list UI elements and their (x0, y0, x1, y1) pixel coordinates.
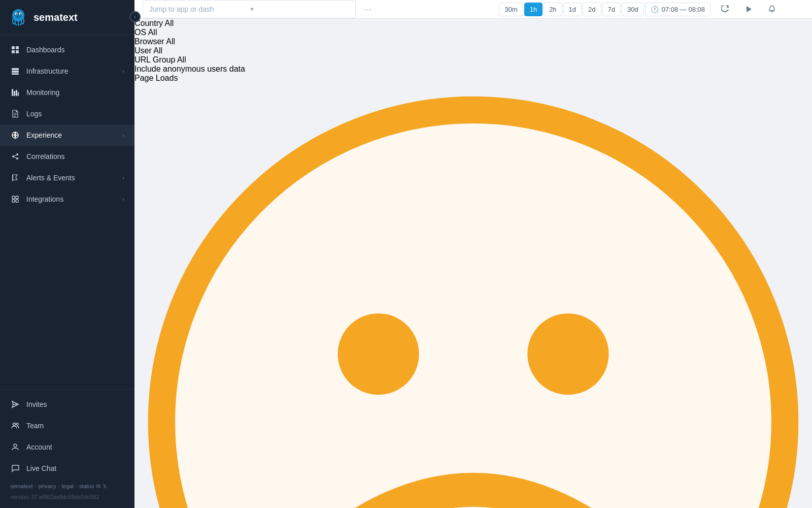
svg-rect-25 (16, 196, 18, 199)
sidebar-item-infrastructure[interactable]: Infrastructure › (0, 60, 134, 82)
stat-page-loads-label: Page Loads (134, 74, 812, 83)
svg-rect-16 (18, 92, 19, 96)
sidebar: sematext ‹ Dashboards Infrastructure › M… (0, 0, 134, 508)
svg-rect-27 (16, 200, 18, 202)
topbar: Jump to app or dash ▼ ··· 30m 1h 2h 1d 2… (134, 0, 812, 19)
filter-os-value: All (148, 28, 157, 37)
sidebar-item-label-account: Account (26, 443, 124, 451)
sidebar-item-experience[interactable]: Experience › (0, 124, 134, 146)
time-btn-2d[interactable]: 2d (583, 3, 601, 16)
filter-os[interactable]: OS All (134, 28, 812, 37)
svg-rect-24 (12, 196, 15, 199)
svg-line-21 (14, 155, 16, 156)
svg-point-29 (13, 423, 16, 426)
footer-link-status[interactable]: status (79, 483, 94, 490)
filter-country[interactable]: Country All (134, 19, 812, 28)
sidebar-item-label-monitoring: Monitoring (26, 88, 124, 97)
svg-rect-14 (14, 91, 15, 96)
stats-row: Page Loads POOR i Ajax Requ (134, 74, 812, 508)
footer-twitter-icon[interactable]: 𝕏 (103, 483, 107, 490)
footer-version: version: 37:af862aa8dc58de0de582 (0, 494, 134, 504)
footer-link-legal[interactable]: legal (62, 483, 74, 490)
filter-urlgroup-value: All (177, 55, 186, 64)
sidebar-item-label-team: Team (26, 422, 124, 430)
footer-link-sematext[interactable]: sematext (10, 483, 33, 490)
sidebar-item-label-dashboards: Dashboards (26, 46, 124, 54)
footer-links: sematext · privacy · legal · status ✉ 𝕏 (0, 479, 134, 494)
time-range-value: 07:08 — 08:08 (662, 6, 705, 13)
sidebar-item-label-logs: Logs (26, 110, 124, 118)
time-btn-2h[interactable]: 2h (544, 3, 562, 16)
time-range-display[interactable]: 🕐 07:08 — 08:08 (645, 3, 710, 16)
svg-rect-11 (12, 71, 19, 73)
user-icon (10, 442, 20, 452)
footer-mail-icon[interactable]: ✉ (96, 483, 100, 490)
time-btn-1d[interactable]: 1d (563, 3, 582, 16)
svg-rect-6 (12, 46, 15, 49)
time-btn-30d[interactable]: 30d (622, 3, 644, 16)
svg-rect-15 (16, 90, 17, 96)
search-dropdown-icon[interactable]: ▼ (249, 6, 349, 12)
sidebar-collapse-button[interactable]: ‹ (129, 11, 141, 22)
sidebar-item-label-correlations: Correlations (26, 152, 124, 161)
sidebar-item-dashboards[interactable]: Dashboards (0, 39, 134, 60)
svg-point-5 (20, 13, 21, 14)
sidebar-item-label-integrations: Integrations (26, 195, 122, 203)
time-btn-7d[interactable]: 7d (602, 3, 621, 16)
toggle-label: Include anonymous users data (134, 65, 245, 73)
sidebar-item-integrations[interactable]: Integrations › (0, 188, 134, 210)
main-content: Jump to app or dash ▼ ··· 30m 1h 2h 1d 2… (134, 0, 812, 508)
sidebar-item-account[interactable]: Account (0, 436, 134, 458)
dashboard: Country All OS All Browser All User All … (134, 19, 812, 508)
server-icon (10, 66, 20, 76)
sidebar-item-alerts[interactable]: Alerts & Events › (0, 167, 134, 188)
svg-marker-32 (747, 6, 752, 12)
chat-icon (10, 463, 20, 473)
svg-point-19 (16, 153, 18, 155)
search-box[interactable]: Jump to app or dash ▼ (143, 0, 356, 18)
logo-icon (8, 7, 28, 27)
sidebar-nav: Dashboards Infrastructure › Monitoring L… (0, 35, 134, 389)
svg-rect-8 (12, 50, 15, 53)
refresh-button[interactable] (717, 1, 734, 18)
sidebar-item-livechat[interactable]: Live Chat (0, 458, 134, 479)
sidebar-item-label-livechat: Live Chat (26, 464, 124, 472)
sidebar-item-correlations[interactable]: Correlations (0, 146, 134, 167)
notifications-button[interactable] (763, 1, 781, 18)
logo-text: sematext (33, 12, 78, 23)
svg-point-18 (12, 155, 14, 157)
sidebar-footer: Invites Team Account Live Chat sematext … (0, 389, 134, 508)
play-button[interactable] (740, 1, 757, 18)
more-options-button[interactable]: ··· (362, 2, 374, 17)
sidebar-item-logs[interactable]: Logs (0, 103, 134, 124)
filter-browser[interactable]: Browser All (134, 37, 812, 46)
svg-point-34 (338, 313, 419, 395)
chart-line-icon (10, 87, 20, 98)
svg-rect-13 (12, 89, 13, 96)
time-btn-1h[interactable]: 1h (524, 3, 543, 16)
globe-icon (10, 130, 20, 140)
users-icon (10, 421, 20, 431)
clock-icon: 🕐 (651, 6, 659, 13)
sidebar-item-monitoring[interactable]: Monitoring (0, 82, 134, 103)
filter-urlgroup[interactable]: URL Group All (134, 55, 812, 65)
time-btn-30m[interactable]: 30m (499, 3, 523, 16)
grid-icon (10, 45, 20, 55)
flag-icon (10, 173, 20, 183)
avatar[interactable] (787, 1, 804, 18)
toggle-row: Include anonymous users data (134, 65, 812, 74)
filter-browser-label: Browser (134, 37, 164, 46)
sidebar-item-team[interactable]: Team (0, 415, 134, 436)
filter-user[interactable]: User All (134, 46, 812, 55)
correlations-icon (10, 151, 20, 162)
footer-link-privacy[interactable]: privacy (39, 483, 56, 490)
sidebar-logo: sematext (0, 0, 134, 35)
filter-browser-value: All (166, 37, 175, 46)
svg-point-20 (16, 157, 18, 160)
doc-icon (10, 109, 20, 119)
svg-point-35 (527, 313, 608, 395)
send-icon (10, 399, 20, 409)
svg-rect-26 (12, 200, 15, 202)
sidebar-item-label-experience: Experience (26, 131, 122, 139)
sidebar-item-invites[interactable]: Invites (0, 394, 134, 415)
